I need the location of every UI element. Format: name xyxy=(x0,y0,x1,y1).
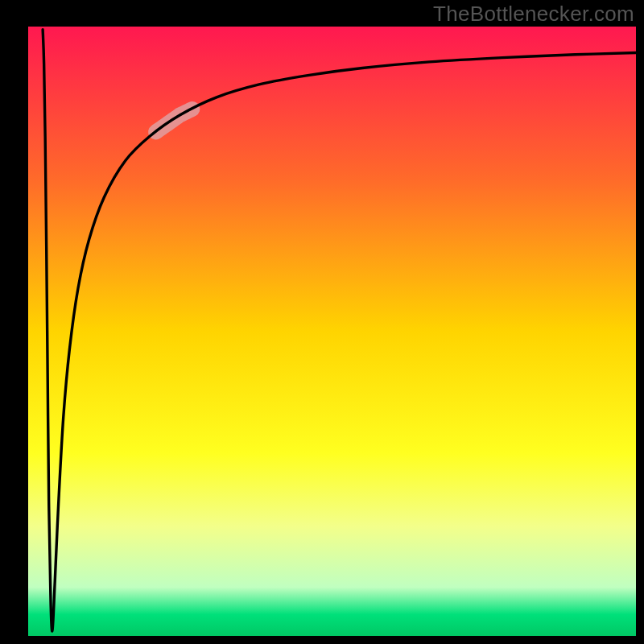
chart-frame: TheBottlenecker.com xyxy=(0,0,644,644)
bottleneck-curve xyxy=(0,0,644,644)
attribution-label: TheBottlenecker.com xyxy=(433,2,634,27)
